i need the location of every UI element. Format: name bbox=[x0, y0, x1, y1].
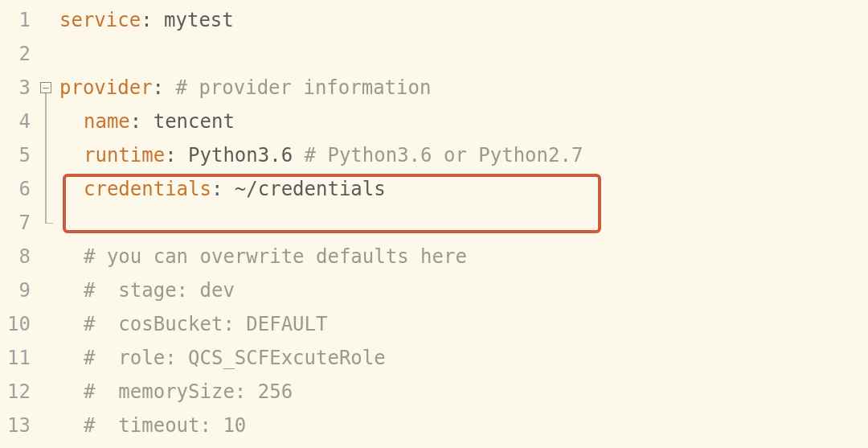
yaml-key: name bbox=[84, 110, 130, 133]
yaml-comment: # you can overwrite defaults here bbox=[84, 245, 467, 268]
code-line: # cosBucket: DEFAULT bbox=[59, 307, 868, 341]
yaml-key: credentials bbox=[84, 178, 211, 200]
code-line: credentials: ~/credentials bbox=[59, 172, 868, 206]
line-number: 10 bbox=[0, 307, 31, 341]
line-number: 3 bbox=[0, 71, 31, 105]
code-line: # you can overwrite defaults here bbox=[59, 240, 868, 273]
code-line: name: tencent bbox=[59, 105, 868, 138]
code-line bbox=[59, 206, 868, 240]
line-number: 2 bbox=[0, 37, 31, 71]
code-content[interactable]: service: mytest provider: # provider inf… bbox=[56, 0, 868, 448]
line-number: 9 bbox=[0, 273, 31, 307]
line-number-gutter: 1 2 3 4 5 6 7 8 9 10 11 12 13 bbox=[0, 0, 39, 448]
yaml-key: service bbox=[59, 9, 141, 31]
yaml-comment: # stage: dev bbox=[84, 279, 235, 302]
line-number: 5 bbox=[0, 138, 31, 172]
fold-gutter: − bbox=[39, 0, 56, 448]
yaml-value: ~/credentials bbox=[223, 178, 385, 200]
code-line: # timeout: 10 bbox=[59, 409, 868, 433]
code-line: provider: # provider information bbox=[59, 71, 868, 105]
fold-collapse-icon[interactable]: − bbox=[40, 82, 51, 93]
yaml-value: Python3.6 bbox=[177, 144, 293, 166]
line-number: 7 bbox=[0, 206, 31, 240]
yaml-key: provider bbox=[59, 76, 153, 99]
yaml-comment: # Python3.6 or Python2.7 bbox=[293, 144, 583, 166]
yaml-value: mytest bbox=[153, 9, 234, 31]
yaml-comment: # cosBucket: DEFAULT bbox=[84, 313, 327, 335]
yaml-comment: # provider information bbox=[164, 76, 431, 99]
code-line: runtime: Python3.6 # Python3.6 or Python… bbox=[59, 138, 868, 172]
code-editor: 1 2 3 4 5 6 7 8 9 10 11 12 13 − service:… bbox=[0, 0, 868, 448]
code-line: # memorySize: 256 bbox=[59, 375, 868, 409]
line-number: 8 bbox=[0, 240, 31, 273]
line-number: 6 bbox=[0, 172, 31, 206]
code-line: # role: QCS_SCFExcuteRole bbox=[59, 341, 868, 375]
yaml-value: tencent bbox=[141, 110, 235, 133]
yaml-key: runtime bbox=[84, 144, 165, 166]
code-line: # stage: dev bbox=[59, 273, 868, 307]
code-line bbox=[59, 37, 868, 71]
yaml-comment: # timeout: 10 bbox=[84, 414, 246, 433]
yaml-comment: # memorySize: 256 bbox=[84, 380, 293, 403]
line-number: 4 bbox=[0, 105, 31, 138]
code-line: service: mytest bbox=[59, 3, 868, 37]
line-number: 11 bbox=[0, 341, 31, 375]
yaml-comment: # role: QCS_SCFExcuteRole bbox=[84, 347, 386, 369]
line-number: 13 bbox=[0, 409, 31, 433]
line-number: 1 bbox=[0, 3, 31, 37]
line-number: 12 bbox=[0, 375, 31, 409]
